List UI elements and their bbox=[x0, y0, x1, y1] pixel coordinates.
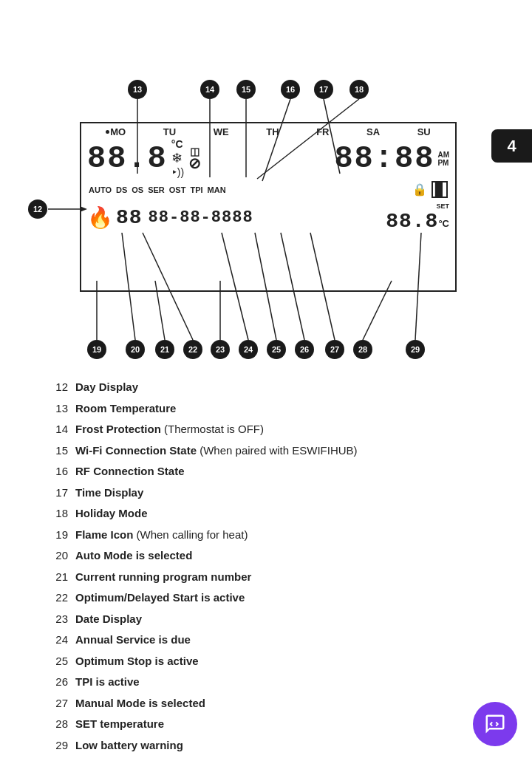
num-label-13: 13 bbox=[128, 80, 147, 99]
set-label: SET bbox=[436, 202, 449, 210]
time-display: 88:88 bbox=[334, 143, 434, 174]
status-tpi: TPI bbox=[190, 185, 202, 194]
page-number-badge: 4 bbox=[491, 129, 532, 163]
num-label-14: 14 bbox=[200, 80, 219, 99]
diagram-area: 4 12 13 14 15 16 17 18 19 20 21 22 23 24… bbox=[0, 15, 532, 369]
num-label-20: 20 bbox=[126, 340, 145, 359]
legend-item-24: 24 Annual Service is due bbox=[44, 629, 502, 651]
num-label-23: 23 bbox=[211, 340, 230, 359]
legend-item-25: 25 Optimum Stop is active bbox=[44, 651, 502, 672]
set-deg-c: °C bbox=[438, 218, 449, 229]
num-label-27: 27 bbox=[325, 340, 344, 359]
program-number: 88 bbox=[116, 206, 143, 229]
ampm-display: AM PM bbox=[437, 151, 449, 167]
legend-item-20: 20 Auto Mode is selected bbox=[44, 545, 502, 567]
chat-icon bbox=[484, 713, 506, 735]
flame-icon: 🔥 bbox=[87, 205, 113, 230]
legend-item-29: 29 Low battery warning bbox=[44, 735, 502, 757]
wifi-symbol: ‣)) bbox=[171, 166, 184, 178]
legend-item-12: 12 Day Display bbox=[44, 377, 502, 398]
lock-icon: 🔒 bbox=[412, 182, 427, 197]
snowflake-icon: ❄ bbox=[171, 150, 183, 166]
chat-button[interactable] bbox=[473, 702, 517, 746]
num-label-15: 15 bbox=[236, 80, 256, 99]
day-we: WE bbox=[214, 126, 229, 137]
legend-item-21: 21 Current running program number bbox=[44, 567, 502, 588]
num-label-24: 24 bbox=[239, 340, 258, 359]
status-ser: SER bbox=[148, 185, 165, 194]
temp-display: 88.8 bbox=[87, 143, 168, 174]
legend-item-26: 26 TPI is active bbox=[44, 672, 502, 693]
num-label-29: 29 bbox=[406, 340, 425, 359]
legend-item-15: 15 Wi-Fi Connection State (When paired w… bbox=[44, 440, 502, 462]
day-sa: SA bbox=[366, 126, 380, 137]
day-su: SU bbox=[417, 126, 431, 137]
legend-list: 12 Day Display 13 Room Temperature 14 Fr… bbox=[0, 369, 532, 761]
legend-item-27: 27 Manual Mode is selected bbox=[44, 693, 502, 714]
status-auto: AUTO bbox=[89, 185, 112, 194]
date-display: 88-88-8888 bbox=[149, 208, 253, 227]
legend-item-14: 14 Frost Protection (Thermostat is OFF) bbox=[44, 419, 502, 440]
num-label-22: 22 bbox=[183, 340, 202, 359]
main-display-row: 88.8 °C ❄ ‣)) ◫ ⊘ 88:88 AM PM bbox=[81, 137, 455, 180]
num-label-26: 26 bbox=[295, 340, 314, 359]
day-th: TH bbox=[266, 126, 279, 137]
num-label-12: 12 bbox=[28, 199, 47, 219]
num-label-17: 17 bbox=[314, 80, 333, 99]
num-label-28: 28 bbox=[353, 340, 372, 359]
set-temp-display: 88.8 bbox=[386, 210, 438, 233]
legend-item-22: 22 Optimum/Delayed Start is active bbox=[44, 587, 502, 609]
legend-item-13: 13 Room Temperature bbox=[44, 398, 502, 420]
holiday-symbol: ⊘ bbox=[188, 154, 201, 172]
legend-item-28: 28 SET temperature bbox=[44, 714, 502, 735]
bottom-display-row: 🔥 88 88-88-8888 SET 88.8 °C bbox=[81, 201, 455, 234]
day-tu: TU bbox=[163, 126, 176, 137]
num-label-21: 21 bbox=[155, 340, 174, 359]
num-label-16: 16 bbox=[281, 80, 300, 99]
legend-item-23: 23 Date Display bbox=[44, 609, 502, 630]
status-os: OS bbox=[132, 185, 143, 194]
legend-item-19: 19 Flame Icon (When calling for heat) bbox=[44, 525, 502, 546]
legend-item-18: 18 Holiday Mode bbox=[44, 503, 502, 525]
num-label-25: 25 bbox=[267, 340, 286, 359]
legend-item-17: 17 Time Display bbox=[44, 482, 502, 504]
battery-icon: ▊ bbox=[432, 181, 448, 198]
status-ost: OST bbox=[169, 185, 186, 194]
deg-c-symbol: °C bbox=[171, 139, 183, 150]
status-ds: DS bbox=[116, 185, 127, 194]
num-label-18: 18 bbox=[349, 80, 369, 99]
num-label-19: 19 bbox=[87, 340, 106, 359]
lcd-display: MO TU WE TH FR SA SU 88.8 °C ❄ ‣)) ◫ ⊘ 8… bbox=[80, 122, 457, 292]
day-fr: FR bbox=[316, 126, 329, 137]
day-mo: MO bbox=[106, 126, 126, 137]
status-row: AUTO DS OS SER OST TPI MAN 🔒 ▊ bbox=[81, 180, 455, 199]
day-display-row: MO TU WE TH FR SA SU bbox=[81, 123, 455, 137]
status-man: MAN bbox=[208, 185, 226, 194]
legend-item-16: 16 RF Connection State bbox=[44, 461, 502, 482]
